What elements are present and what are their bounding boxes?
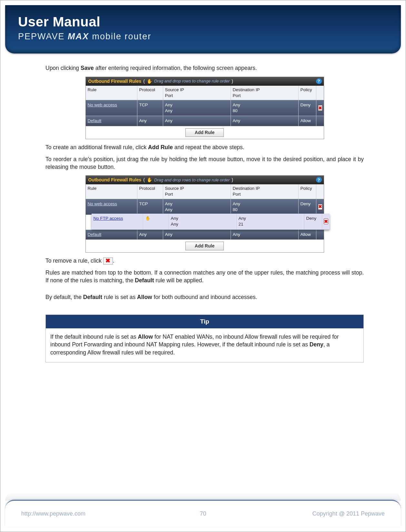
close-paren: )	[232, 78, 233, 84]
bold-deny: Deny	[310, 341, 323, 348]
product-text: mobile router	[92, 32, 152, 41]
col-rule: Rule	[86, 86, 137, 100]
drag-hint: Drag and drop rows to change rule order	[154, 78, 230, 84]
bold-save: Save	[81, 65, 94, 71]
rule-link[interactable]: No web access	[88, 102, 117, 107]
rule-link[interactable]: Default	[88, 118, 102, 123]
firewall-table-1: Outbound Firewall Rules ( ✋ Drag and dro…	[85, 77, 324, 139]
col-dest: Destination IP Port	[231, 184, 299, 198]
empty-action	[316, 230, 324, 239]
drag-hint: Drag and drop rows to change rule order	[154, 177, 230, 183]
cell-dst: Any80	[231, 100, 299, 116]
text: Any	[171, 222, 178, 227]
text: rule will be applied.	[154, 277, 204, 284]
text: Any	[165, 108, 173, 113]
cell-proto: TCP	[137, 199, 163, 215]
cell-dst: Any	[231, 230, 299, 239]
cell-src: AnyAny	[163, 199, 231, 215]
text: 21	[239, 222, 243, 227]
bold-allow: Allow	[137, 294, 152, 300]
col-source: Source IP Port	[163, 184, 231, 198]
open-paren: (	[143, 78, 145, 84]
firewall-header-row: Rule Protocol Source IP Port Destination…	[86, 86, 324, 100]
cell-proto: TCP	[137, 100, 163, 116]
page-header: User Manual PEPWAVE MAX mobile router	[5, 5, 401, 53]
text: and repeat the above steps.	[173, 144, 244, 150]
rule-link[interactable]: No web access	[88, 201, 117, 206]
text: .	[113, 257, 114, 264]
paragraph-reorder: To reorder a rule's position, just drag …	[45, 156, 364, 171]
tip-body: If the default inbound rule is set as Al…	[46, 328, 363, 363]
text: Port	[165, 93, 173, 98]
delete-icon[interactable]: ✖	[324, 218, 328, 224]
page-content: Upon clicking Save after entering requir…	[0, 53, 406, 369]
cell-src: Any	[163, 116, 231, 126]
text: Any	[165, 102, 173, 107]
text: Destination IP	[233, 87, 260, 92]
model-text: MAX	[68, 32, 89, 41]
firewall-title: Outbound Firewall Rules	[88, 177, 142, 183]
paragraph-save: Upon clicking Save after entering requir…	[45, 64, 364, 72]
col-rule: Rule	[86, 184, 137, 198]
table-row-dragging[interactable]: No FTP access ✋ AnyAny Any21 Deny ✖	[92, 214, 330, 229]
bold-addrule: Add Rule	[148, 144, 173, 150]
text: To remove a rule, click	[45, 257, 103, 264]
text: Any	[233, 201, 240, 206]
text: By default, the	[45, 294, 83, 300]
text: after entering required information, the…	[94, 65, 257, 71]
rule-link[interactable]: No FTP access	[94, 216, 123, 221]
document-page: User Manual PEPWAVE MAX mobile router Up…	[0, 0, 406, 532]
text: rule is set as	[102, 294, 137, 300]
paragraph-matching: Rules are matched from top to the bottom…	[45, 269, 364, 284]
table-row[interactable]: No web access TCP AnyAny Any80 Deny ✖	[86, 199, 324, 215]
cell-policy: Deny	[299, 100, 316, 116]
cell-policy: Deny	[299, 199, 316, 215]
text: If the default inbound rule is set as	[50, 334, 138, 340]
header-subtitle: PEPWAVE MAX mobile router	[18, 32, 388, 42]
firewall-titlebar: Outbound Firewall Rules ( ✋ Drag and dro…	[86, 176, 324, 184]
cell-src: Any	[163, 230, 231, 239]
text: Port	[233, 192, 241, 197]
col-policy: Policy	[299, 86, 316, 100]
delete-icon[interactable]: ✖	[103, 257, 113, 265]
delete-icon[interactable]: ✖	[318, 204, 322, 210]
col-protocol: Protocol	[137, 184, 163, 198]
firewall-titlebar: Outbound Firewall Rules ( ✋ Drag and dro…	[86, 77, 324, 86]
cell-proto: ✋	[143, 214, 169, 229]
table-row[interactable]: Default Any Any Any Allow	[86, 116, 324, 126]
cell-policy: Allow	[299, 116, 316, 126]
text: 80	[233, 207, 238, 212]
footer-url: http://www.pepwave.com	[21, 510, 85, 517]
firewall-header-row: Rule Protocol Source IP Port Destination…	[86, 184, 324, 199]
page-footer: http://www.pepwave.com 70 Copyright @ 20…	[5, 500, 401, 527]
bold-allow: Allow	[138, 334, 153, 340]
rule-link[interactable]: Default	[88, 232, 102, 237]
text: Port	[165, 192, 173, 197]
paragraph-remove: To remove a rule, click ✖.	[45, 257, 364, 265]
paragraph-addrule: To create an additional firewall rule, c…	[45, 144, 364, 151]
cell-proto: Any	[137, 230, 163, 239]
col-action	[316, 184, 324, 198]
help-icon[interactable]: ?	[316, 177, 322, 183]
text: Rules are matched from top to the bottom…	[45, 269, 364, 284]
text: Any	[165, 207, 173, 212]
text: Destination IP	[233, 186, 260, 191]
delete-icon[interactable]: ✖	[318, 105, 322, 111]
text: for both outbound and inbound accesses.	[152, 294, 257, 300]
paragraph-default: By default, the Default rule is set as A…	[45, 294, 364, 301]
text: 80	[233, 108, 238, 113]
add-rule-bar: Add Rule	[86, 126, 324, 139]
footer-copyright: Copyright @ 2011 Pepwave	[312, 510, 385, 517]
help-icon[interactable]: ?	[316, 78, 322, 84]
add-rule-button[interactable]: Add Rule	[185, 128, 224, 137]
page-number: 70	[200, 510, 206, 517]
col-source: Source IP Port	[163, 86, 231, 100]
col-protocol: Protocol	[137, 86, 163, 100]
table-row[interactable]: Default Any Any Any Allow	[86, 230, 324, 240]
text: Port	[233, 93, 241, 98]
add-rule-button[interactable]: Add Rule	[185, 242, 224, 250]
cell-src: AnyAny	[169, 214, 237, 229]
cell-proto: Any	[137, 116, 163, 126]
tip-header: Tip	[46, 315, 363, 328]
table-row[interactable]: No web access TCP AnyAny Any80 Deny ✖	[86, 100, 324, 116]
